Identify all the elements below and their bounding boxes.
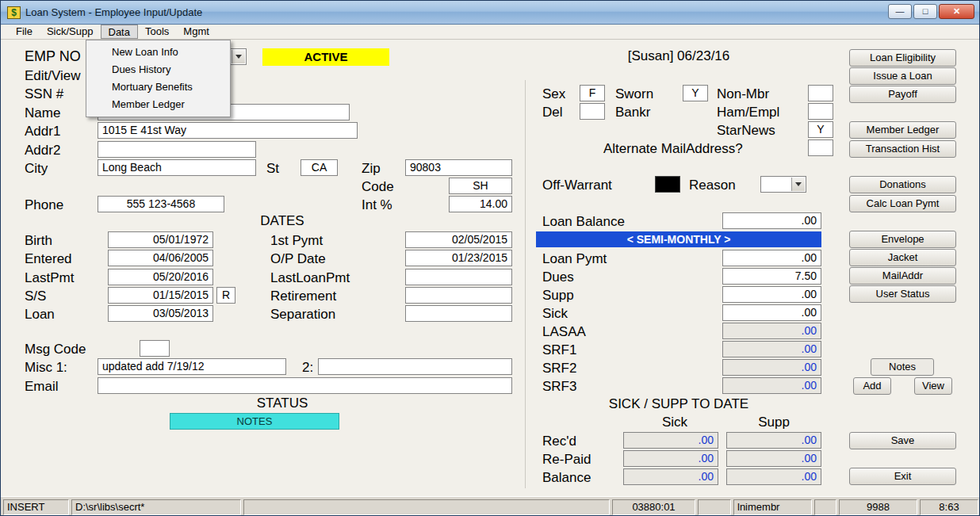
ss-flag-field[interactable]: R [216, 287, 235, 304]
code-field[interactable]: SH [449, 178, 512, 194]
srf2-field[interactable]: .00 [722, 359, 821, 376]
notes-button[interactable]: NOTES [170, 413, 339, 430]
recd-sick-field: .00 [623, 432, 718, 449]
zip-field[interactable]: 90803 [405, 159, 512, 176]
dues-field[interactable]: 7.50 [722, 268, 821, 285]
sick-column-header: Sick [627, 415, 722, 430]
separation-label: Separation [270, 306, 335, 323]
sworn-field[interactable]: Y [683, 85, 708, 101]
reason-combo[interactable] [760, 176, 806, 193]
ham-empl-field[interactable] [808, 103, 833, 120]
sick-supp-title: SICK / SUPP TO DATE [536, 396, 821, 412]
jacket-button[interactable]: Jacket [849, 249, 956, 266]
first-pymt-label: 1st Pymt [270, 232, 323, 249]
int-field[interactable]: 14.00 [449, 196, 512, 212]
first-pymt-field[interactable]: 02/05/2015 [405, 231, 512, 248]
close-button[interactable]: ✕ [939, 4, 974, 19]
menu-data[interactable]: Data [101, 25, 138, 39]
save-button[interactable]: Save [849, 432, 956, 449]
st-label: St [266, 160, 279, 177]
srf3-field[interactable]: .00 [722, 377, 821, 394]
menu-item-member-ledger[interactable]: Member Ledger [86, 96, 230, 113]
statusbar-counter: 03880:01 [612, 499, 695, 515]
calc-loan-pymt-button[interactable]: Calc Loan Pymt [849, 195, 956, 212]
del-field[interactable] [580, 103, 605, 120]
entered-field[interactable]: 04/06/2005 [108, 250, 213, 266]
entered-label: Entered [25, 250, 72, 267]
phone-label: Phone [25, 197, 63, 213]
statusbar-program: lnimembr [733, 499, 812, 515]
payoff-button[interactable]: Payoff [849, 86, 956, 103]
alt-mail-field[interactable] [808, 140, 833, 156]
donations-button[interactable]: Donations [849, 176, 956, 193]
separation-field[interactable] [405, 305, 512, 322]
ssn-label: SSN # [25, 86, 63, 102]
window-title: Loan System - Employee Input/Update [25, 6, 202, 18]
notes-view-button[interactable]: View [914, 377, 952, 395]
msg-code-field[interactable] [140, 340, 170, 357]
sex-field[interactable]: F [580, 85, 605, 101]
addr2-field[interactable] [98, 141, 256, 158]
pay-frequency-banner: < SEMI-MONTHLY > [536, 231, 821, 247]
maximize-button[interactable]: □ [913, 4, 937, 19]
menu-item-dues-history[interactable]: Dues History [86, 61, 230, 78]
loan-date-field[interactable]: 03/05/2013 [108, 305, 213, 322]
statusbar: INSERT D:\sr\libs\secrt* 03880:01 lnimem… [1, 496, 979, 516]
supp-label: Supp [542, 287, 574, 304]
repaid-supp-field: .00 [726, 450, 821, 467]
lasaa-field[interactable]: .00 [722, 323, 821, 339]
lastloanpmt-field[interactable] [405, 269, 512, 285]
off-warrant-field[interactable] [655, 176, 680, 193]
chevron-down-icon[interactable] [791, 178, 805, 191]
transaction-hist-button[interactable]: Transaction Hist [849, 140, 956, 158]
balance-sick-field: .00 [623, 468, 718, 485]
user-status-button[interactable]: User Status [849, 285, 956, 303]
menu-sick-supp[interactable]: Sick/Supp [40, 25, 101, 39]
starnews-field[interactable]: Y [808, 121, 833, 138]
member-ledger-button[interactable]: Member Ledger [849, 121, 956, 139]
bankr-label: Bankr [615, 104, 650, 120]
lastpmt-field[interactable]: 05/20/2016 [108, 269, 213, 285]
ss-label: S/S [25, 288, 46, 304]
misc2-field[interactable] [318, 358, 512, 375]
minimize-button[interactable]: — [888, 4, 912, 19]
dates-title: DATES [207, 213, 358, 229]
retirement-field[interactable] [405, 287, 512, 304]
non-mbr-field[interactable] [808, 85, 833, 101]
session-info: [Susan] 06/23/16 [536, 48, 821, 64]
exit-button[interactable]: Exit [849, 468, 956, 485]
lastloanpmt-label: LastLoanPmt [270, 269, 350, 286]
addr1-field[interactable]: 1015 E 41st Way [98, 122, 358, 139]
st-field[interactable]: CA [301, 159, 338, 176]
srf1-field[interactable]: .00 [722, 341, 821, 357]
menu-item-mortuary-benefits[interactable]: Mortuary Benefits [86, 78, 230, 96]
op-date-field[interactable]: 01/23/2015 [405, 250, 512, 266]
retirement-label: Retirement [270, 288, 336, 304]
email-field[interactable] [98, 377, 512, 394]
menu-item-new-loan-info[interactable]: New Loan Info [86, 44, 230, 61]
birth-field[interactable]: 05/01/1972 [108, 231, 213, 248]
menu-tools[interactable]: Tools [138, 25, 176, 39]
sworn-label: Sworn [615, 86, 653, 102]
app-icon: $ [7, 6, 21, 19]
phone-field[interactable]: 555 123-4568 [98, 196, 224, 212]
city-field[interactable]: Long Beach [98, 159, 256, 176]
zip-label: Zip [362, 160, 381, 177]
notes-add-button[interactable]: Add [853, 377, 891, 395]
statusbar-spacer2 [698, 499, 731, 515]
reason-label: Reason [689, 177, 736, 193]
menu-file[interactable]: File [9, 25, 40, 39]
menu-mgmt[interactable]: Mgmt [176, 25, 216, 39]
mailaddr-button[interactable]: MailAddr [849, 267, 956, 285]
loan-pymt-field[interactable]: .00 [722, 250, 821, 266]
chevron-down-icon[interactable] [232, 50, 245, 63]
loan-balance-field[interactable]: .00 [722, 212, 821, 229]
supp-field[interactable]: .00 [722, 286, 821, 303]
envelope-button[interactable]: Envelope [849, 231, 956, 248]
issue-a-loan-button[interactable]: Issue a Loan [849, 67, 956, 85]
ss-field[interactable]: 01/15/2015 [108, 287, 213, 304]
loan-eligibility-button[interactable]: Loan Eligibility [849, 49, 956, 67]
misc1-field[interactable]: updated add 7/19/12 [98, 358, 286, 375]
sick-field[interactable]: .00 [722, 304, 821, 321]
app-window: $ Loan System - Employee Input/Update — … [0, 0, 980, 516]
